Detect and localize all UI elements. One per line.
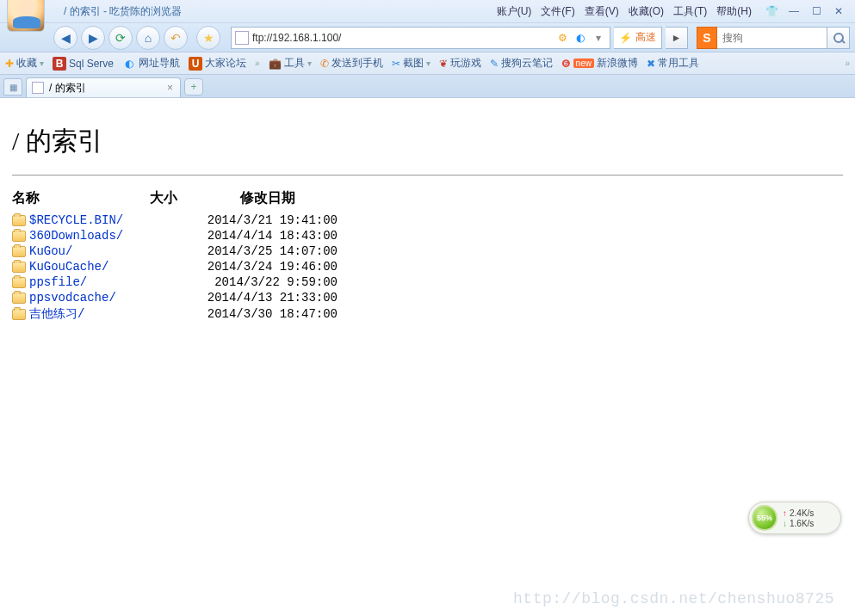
page-heading: / 的索引 — [12, 124, 843, 159]
browser-mode-icon[interactable]: ◐ — [573, 30, 588, 46]
search-engine-icon[interactable]: S — [697, 27, 717, 49]
briefcase-icon: 💼 — [269, 58, 282, 70]
home-button[interactable]: ⌂ — [136, 26, 160, 50]
directory-link[interactable]: ppsvodcache/ — [29, 291, 116, 305]
overflow-icon[interactable]: » — [255, 59, 260, 68]
new-tab-button[interactable]: + — [184, 78, 203, 95]
ext-cloudnotes[interactable]: ✎搜狗云笔记 — [490, 56, 553, 71]
folder-icon — [12, 246, 26, 257]
ext-games[interactable]: ❦玩游戏 — [439, 56, 481, 71]
table-row: $RECYCLE.BIN/2014/3/21 19:41:00 — [12, 213, 344, 228]
lightning-icon: ⚡ — [619, 32, 632, 44]
col-size: 大小 — [150, 188, 198, 213]
new-badge: new — [573, 59, 594, 68]
cell-date: 2014/3/22 9:59:00 — [198, 274, 344, 290]
table-row: ppsvodcache/2014/4/13 21:33:00 — [12, 290, 344, 305]
address-bar[interactable]: ⚙ ◐ ▾ — [231, 27, 610, 49]
cell-date: 2014/3/25 14:07:00 — [198, 243, 344, 259]
overflow-icon[interactable]: » — [845, 59, 850, 68]
user-avatar[interactable] — [7, 0, 45, 32]
maximize-button[interactable]: ☐ — [809, 3, 824, 19]
menu-help[interactable]: 帮助(H) — [713, 4, 755, 19]
reload-button[interactable]: ⟳ — [108, 26, 133, 50]
close-tab-icon[interactable]: × — [167, 82, 173, 94]
menu-account[interactable]: 账户(U) — [493, 4, 536, 19]
directory-listing: 名称 大小 修改日期 $RECYCLE.BIN/2014/3/21 19:41:… — [12, 188, 344, 323]
folder-icon — [12, 277, 26, 288]
ext-screenshot[interactable]: ✂截图▾ — [392, 56, 431, 71]
cell-date: 2014/3/24 19:46:00 — [198, 259, 344, 274]
speed-label: 高速 — [635, 30, 656, 45]
cell-size — [150, 290, 198, 305]
note-icon: ✎ — [490, 58, 499, 70]
addr-dropdown-icon[interactable]: ▾ — [591, 30, 606, 46]
ext-commontools[interactable]: ✖常用工具 — [647, 56, 699, 71]
forward-button[interactable]: ▶ — [81, 26, 105, 50]
cpu-dial: 55% — [752, 505, 778, 531]
cell-date: 2014/4/13 21:33:00 — [198, 290, 344, 305]
directory-link[interactable]: KuGouCache/ — [29, 260, 108, 274]
directory-link[interactable]: 360Downloads/ — [29, 229, 123, 243]
globe-icon: ◐ — [122, 57, 136, 71]
cell-size — [150, 305, 198, 323]
close-button[interactable]: ✕ — [831, 3, 846, 19]
wrench-icon: ✖ — [647, 58, 655, 70]
navigation-toolbar: ◀ ▶ ⟳ ⌂ ↶ ★ ⚙ ◐ ▾ ⚡ 高速 ► S — [0, 23, 855, 52]
compat-icon[interactable]: ⚙ — [555, 30, 570, 46]
search-input[interactable] — [717, 27, 827, 49]
skin-icon[interactable]: 👕 — [764, 3, 779, 19]
arrow-up-icon: ↑ — [783, 508, 787, 518]
bookmarks-bar: ✚收藏▾ BSql Serve ◐网址导航 U大家论坛 » 💼工具▾ ✆发送到手… — [0, 52, 855, 75]
directory-link[interactable]: KuGou/ — [29, 244, 72, 258]
tab-title: / 的索引 — [49, 81, 86, 95]
cell-size — [150, 243, 198, 259]
game-icon: ❦ — [439, 58, 448, 70]
search-icon — [833, 33, 844, 43]
speed-mode[interactable]: ⚡ 高速 — [614, 27, 662, 49]
divider — [12, 175, 843, 176]
bookmark-sitenav[interactable]: ◐网址导航 — [122, 56, 180, 71]
search-button[interactable] — [827, 27, 850, 49]
ext-sendtophone[interactable]: ✆发送到手机 — [320, 56, 383, 71]
col-name: 名称 — [12, 188, 150, 213]
tab-active[interactable]: / 的索引 × — [26, 77, 181, 97]
go-button[interactable]: ► — [666, 27, 688, 49]
phone-icon: ✆ — [320, 58, 329, 70]
cell-size — [150, 228, 198, 243]
ext-weibo[interactable]: ❻new新浪微博 — [561, 56, 638, 71]
arrow-down-icon: ↓ — [783, 519, 787, 528]
col-date: 修改日期 — [198, 188, 344, 213]
top-menu: 账户(U) 文件(F) 查看(V) 收藏(O) 工具(T) 帮助(H) — [493, 4, 755, 19]
directory-link[interactable]: ppsfile/ — [29, 275, 87, 289]
directory-link[interactable]: 吉他练习/ — [29, 307, 84, 321]
add-favorite[interactable]: ✚收藏▾ — [5, 56, 44, 71]
folder-icon — [12, 293, 26, 304]
scissors-icon: ✂ — [392, 58, 400, 70]
favorite-button[interactable]: ★ — [196, 26, 220, 50]
table-row: KuGou/2014/3/25 14:07:00 — [12, 243, 344, 259]
bookmark-sqlserve[interactable]: BSql Serve — [53, 57, 114, 71]
menu-file[interactable]: 文件(F) — [537, 4, 578, 19]
menu-favorites[interactable]: 收藏(O) — [625, 4, 667, 19]
directory-link[interactable]: $RECYCLE.BIN/ — [29, 213, 123, 227]
bookmark-forum[interactable]: U大家论坛 — [189, 56, 246, 71]
upload-speed: 2.4K/s — [790, 508, 814, 518]
network-monitor[interactable]: 55% ↑2.4K/s ↓1.6K/s — [748, 502, 841, 534]
cell-date: 2014/4/14 18:43:00 — [198, 228, 344, 243]
tools-dropdown[interactable]: 💼工具▾ — [269, 56, 312, 71]
cell-size — [150, 274, 198, 290]
cell-size — [150, 259, 198, 274]
folder-icon — [12, 215, 26, 226]
minimize-button[interactable]: — — [786, 3, 802, 19]
menu-view[interactable]: 查看(V) — [581, 4, 623, 19]
undo-button[interactable]: ↶ — [164, 26, 188, 50]
folder-icon — [12, 231, 26, 242]
cell-date: 2014/3/21 19:41:00 — [198, 213, 344, 228]
page-icon — [235, 31, 249, 45]
folder-icon — [12, 309, 26, 320]
table-row: ppsfile/2014/3/22 9:59:00 — [12, 274, 344, 290]
menu-tools[interactable]: 工具(T) — [670, 4, 710, 19]
tabs-tile-button[interactable]: ▦ — [3, 78, 22, 95]
back-button[interactable]: ◀ — [53, 26, 77, 50]
address-input[interactable] — [252, 32, 551, 44]
